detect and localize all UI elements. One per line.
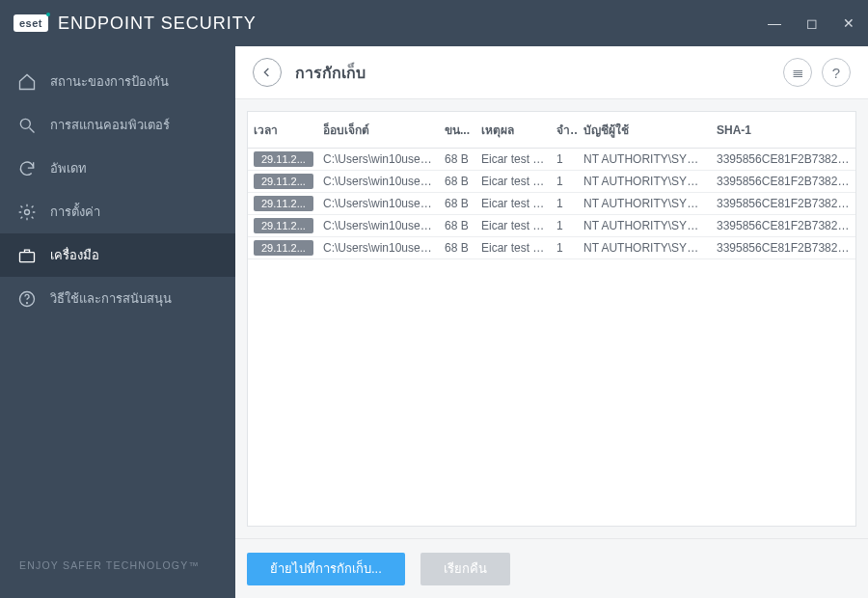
col-count[interactable]: จำ... — [551, 112, 578, 149]
cell-object: C:\Users\win10user\D... — [317, 237, 439, 259]
cell-user: NT AUTHORITY\SYSTEM — [578, 215, 711, 237]
app-logo: eset — [14, 14, 48, 32]
col-size[interactable]: ขน... — [439, 112, 475, 149]
back-button[interactable] — [253, 58, 282, 87]
cell-count: 1 — [551, 171, 578, 193]
home-icon — [17, 72, 37, 92]
col-reason[interactable]: เหตุผล — [475, 112, 551, 149]
window-controls: — ◻ ✕ — [768, 16, 854, 30]
cell-reason: Eicar test file — [475, 237, 551, 259]
cell-sha: 3395856CE81F2B7382DEE72... — [711, 193, 855, 215]
sidebar-item-label: อัพเดท — [50, 158, 87, 178]
cell-object: C:\Users\win10user\D... — [317, 171, 439, 193]
sidebar-item-label: เครื่องมือ — [50, 245, 99, 265]
cell-sha: 3395856CE81F2B7382DEE72... — [711, 215, 855, 237]
sidebar-item-label: วิธีใช้และการสนับสนุน — [50, 288, 172, 309]
content: เวลา อ็อบเจ็กต์ ขน... เหตุผล จำ... บัญชี… — [235, 99, 868, 538]
svg-point-0 — [20, 119, 30, 128]
cell-object: C:\Users\win10user\D... — [317, 215, 439, 237]
move-to-quarantine-button[interactable]: ย้ายไปที่การกักเก็บ... — [247, 553, 405, 585]
maximize-button[interactable]: ◻ — [806, 16, 818, 30]
titlebar: eset ENDPOINT SECURITY — ◻ ✕ — [0, 0, 868, 46]
sidebar-item-help[interactable]: วิธีใช้และการสนับสนุน — [0, 277, 235, 320]
svg-point-5 — [27, 302, 28, 303]
quarantine-table-wrap: เวลา อ็อบเจ็กต์ ขน... เหตุผล จำ... บัญชี… — [247, 111, 856, 527]
cell-time: 29.11.2... — [254, 196, 313, 211]
sidebar-item-label: สถานะของการป้องกัน — [50, 71, 169, 92]
cell-sha: 3395856CE81F2B7382DEE72... — [711, 171, 855, 193]
svg-line-1 — [30, 127, 35, 132]
col-object[interactable]: อ็อบเจ็กต์ — [317, 112, 439, 149]
footer-bar: ย้ายไปที่การกักเก็บ... เรียกคืน — [235, 538, 868, 598]
cell-sha: 3395856CE81F2B7382DEE72... — [711, 149, 855, 171]
cell-reason: Eicar test file — [475, 171, 551, 193]
table-row[interactable]: 29.11.2...C:\Users\win10user\D...68 BEic… — [248, 193, 855, 215]
cell-user: NT AUTHORITY\SYSTEM — [578, 171, 711, 193]
close-button[interactable]: ✕ — [843, 16, 854, 30]
restore-button[interactable]: เรียกคืน — [420, 553, 510, 585]
table-row[interactable]: 29.11.2...C:\Users\win10user\D...68 BEic… — [248, 149, 855, 171]
cell-object: C:\Users\win10user\D... — [317, 149, 439, 171]
cell-count: 1 — [551, 193, 578, 215]
cell-time: 29.11.2... — [254, 151, 313, 167]
table-header-row: เวลา อ็อบเจ็กต์ ขน... เหตุผล จำ... บัญชี… — [248, 112, 855, 149]
topbar-actions: ≣ ? — [783, 58, 851, 87]
col-time[interactable]: เวลา — [248, 112, 317, 149]
svg-point-2 — [25, 209, 30, 214]
question-icon: ? — [832, 65, 840, 81]
sidebar-footer-tagline: ENJOY SAFER TECHNOLOGY™ — [0, 559, 235, 598]
app-title: ENDPOINT SECURITY — [58, 14, 257, 34]
cell-user: NT AUTHORITY\SYSTEM — [578, 237, 711, 259]
sidebar-item-label: การตั้งค่า — [50, 202, 100, 222]
briefcase-icon — [17, 246, 37, 265]
cell-user: NT AUTHORITY\SYSTEM — [578, 193, 711, 215]
cell-size: 68 B — [439, 149, 475, 171]
cell-reason: Eicar test file — [475, 149, 551, 171]
help-icon — [17, 289, 37, 309]
cell-reason: Eicar test file — [475, 215, 551, 237]
sidebar-item-tools[interactable]: เครื่องมือ — [0, 233, 235, 277]
table-row[interactable]: 29.11.2...C:\Users\win10user\D...68 BEic… — [248, 171, 855, 193]
sidebar: สถานะของการป้องกัน การสแกนคอมพิวเตอร์ อั… — [0, 46, 235, 598]
cell-time: 29.11.2... — [254, 240, 313, 256]
cell-count: 1 — [551, 237, 578, 259]
cell-reason: Eicar test file — [475, 193, 551, 215]
sidebar-item-computer-scan[interactable]: การสแกนคอมพิวเตอร์ — [0, 103, 235, 147]
search-icon — [17, 116, 37, 135]
sidebar-item-update[interactable]: อัพเดท — [0, 147, 235, 190]
table-row[interactable]: 29.11.2...C:\Users\win10user\D...68 BEic… — [248, 237, 855, 259]
cell-count: 1 — [551, 149, 578, 171]
col-user[interactable]: บัญชีผู้ใช้ — [578, 112, 711, 149]
cell-user: NT AUTHORITY\SYSTEM — [578, 149, 711, 171]
list-view-button[interactable]: ≣ — [783, 58, 812, 87]
cell-size: 68 B — [439, 237, 475, 259]
cell-size: 68 B — [439, 215, 475, 237]
app-window: eset ENDPOINT SECURITY — ◻ ✕ สถานะของการ… — [0, 0, 868, 598]
cell-time: 29.11.2... — [254, 174, 313, 189]
main-area: การกักเก็บ ≣ ? — [235, 46, 868, 598]
minimize-button[interactable]: — — [768, 16, 781, 30]
sidebar-item-protection-status[interactable]: สถานะของการป้องกัน — [0, 60, 235, 103]
body: สถานะของการป้องกัน การสแกนคอมพิวเตอร์ อั… — [0, 46, 868, 598]
list-icon: ≣ — [792, 64, 804, 81]
svg-rect-3 — [20, 252, 35, 261]
gear-icon — [17, 203, 37, 222]
cell-sha: 3395856CE81F2B7382DEE72... — [711, 237, 855, 259]
quarantine-table: เวลา อ็อบเจ็กต์ ขน... เหตุผล จำ... บัญชี… — [248, 112, 855, 259]
topbar: การกักเก็บ ≣ ? — [235, 46, 868, 99]
table-row[interactable]: 29.11.2...C:\Users\win10user\D...68 BEic… — [248, 215, 855, 237]
refresh-icon — [17, 159, 37, 178]
page-title: การกักเก็บ — [295, 61, 366, 85]
sidebar-item-label: การสแกนคอมพิวเตอร์ — [50, 115, 170, 135]
cell-object: C:\Users\win10user\D... — [317, 193, 439, 215]
cell-count: 1 — [551, 215, 578, 237]
sidebar-item-setup[interactable]: การตั้งค่า — [0, 190, 235, 233]
help-button[interactable]: ? — [822, 58, 851, 87]
cell-time: 29.11.2... — [254, 218, 313, 233]
cell-size: 68 B — [439, 171, 475, 193]
col-sha[interactable]: SHA-1 — [711, 112, 855, 149]
cell-size: 68 B — [439, 193, 475, 215]
